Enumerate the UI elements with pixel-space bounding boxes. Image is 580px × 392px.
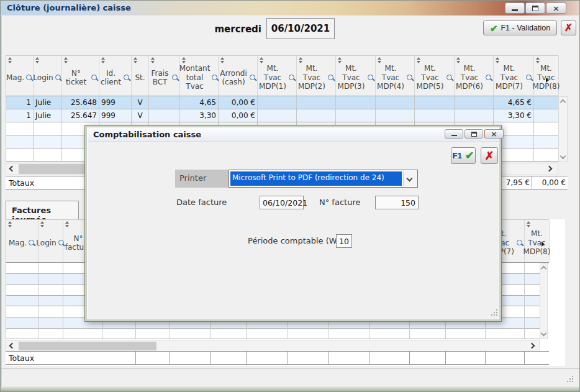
scroll-up-icon[interactable] [560, 99, 566, 106]
sort-icon [101, 57, 106, 63]
window-border-left [1, 16, 2, 386]
scroll-right-icon[interactable] [529, 343, 535, 349]
col-login[interactable]: Login [39, 220, 63, 262]
col-mdp8[interactable]: Mt. Tvac MDP(8) [525, 220, 550, 262]
scroll-right-icon[interactable] [541, 242, 545, 247]
date-field[interactable]: 06/10/2021 [266, 18, 335, 39]
periode-comptable-field[interactable]: 10 [336, 234, 352, 248]
col-mdp2[interactable]: Mt. Tvac MDP(2) [297, 56, 336, 96]
scrollbar-thumb[interactable] [19, 342, 156, 350]
col-mdp5[interactable]: Mt. Tvac MDP(5) [415, 56, 455, 96]
search-icon[interactable] [289, 75, 296, 81]
tickets-table-header: Mag. Login N° ticket Id. client St. Frai… [6, 55, 558, 96]
sort-icon [8, 57, 12, 63]
col-mdp4[interactable]: Mt. Tvac MDP(4) [376, 56, 415, 96]
close-button[interactable]: × [546, 2, 566, 14]
invoices-totals-row: Totaux [6, 351, 549, 365]
scroll-left-icon[interactable] [9, 166, 16, 172]
col-frais-bct[interactable]: Frais BCT [149, 56, 180, 96]
search-icon[interactable] [328, 75, 335, 81]
maximize-icon [471, 132, 477, 137]
minimize-button[interactable] [505, 2, 525, 14]
search-icon[interactable] [29, 240, 35, 247]
search-icon[interactable] [526, 75, 533, 81]
window-title: Clôture (journalière) caisse [7, 3, 131, 12]
dialog-title: Comptabilisation caisse [93, 130, 201, 139]
vertical-scrollbar[interactable] [558, 96, 568, 162]
dialog-f1-button[interactable]: F1 ✔ [451, 147, 476, 164]
f1-label: F1 [453, 151, 462, 160]
col-mag[interactable]: Mag. [6, 56, 34, 96]
minimize-icon [451, 135, 457, 136]
search-icon[interactable] [486, 75, 492, 81]
cancel-button[interactable]: ✗ [561, 21, 576, 35]
combo-dropdown-button[interactable] [403, 171, 417, 186]
col-ticket[interactable]: N° ticket [62, 56, 99, 96]
weekday-label: mercredi [206, 24, 261, 35]
col-mdp6[interactable]: Mt. Tvac MDP(6) [455, 56, 494, 96]
col-montant[interactable]: Montant total Tvac [180, 56, 219, 96]
col-login[interactable]: Login [34, 56, 62, 96]
search-icon[interactable] [368, 75, 374, 81]
date-facture-field[interactable]: 06/10/2021 [260, 196, 304, 209]
scroll-down-icon[interactable] [541, 330, 547, 337]
search-icon[interactable] [517, 240, 523, 247]
comptabilisation-dialog: Comptabilisation caisse × F1 ✔ ✗ Printer… [84, 125, 502, 322]
printer-select[interactable]: Microsoft Print to PDF (redirection de 2… [229, 170, 418, 188]
search-icon[interactable] [446, 75, 453, 81]
minimize-icon [512, 9, 518, 11]
dialog-maximize-button[interactable] [464, 129, 483, 139]
col-mag[interactable]: Mag. [6, 220, 39, 262]
col-mdp3[interactable]: Mt. Tvac MDP(3) [336, 56, 376, 96]
sort-icon [220, 57, 225, 63]
printer-label: Printer [175, 170, 229, 188]
scroll-down-icon[interactable] [560, 153, 566, 160]
col-id-client[interactable]: Id. client [99, 56, 132, 96]
horizontal-scrollbar[interactable] [6, 340, 540, 352]
sort-icon [35, 57, 40, 63]
tab-factures-journee[interactable]: Factures journée [6, 201, 79, 220]
sort-icon [40, 221, 45, 227]
vertical-scrollbar[interactable] [540, 263, 548, 339]
scroll-left-icon[interactable] [9, 343, 16, 349]
col-mdp1[interactable]: Mt. Tvac MDP(1) [258, 56, 297, 96]
f1-validation-label: F1 - Validation [501, 24, 550, 32]
search-icon[interactable] [55, 75, 62, 81]
dialog-close-button[interactable]: × [484, 129, 504, 139]
f1-validation-button[interactable]: ✔ F1 - Validation [483, 21, 557, 35]
resize-grip-icon[interactable] [572, 381, 573, 382]
search-icon[interactable] [124, 75, 130, 81]
chevron-down-icon [407, 176, 413, 182]
search-icon[interactable] [91, 75, 98, 81]
search-icon[interactable] [26, 75, 33, 81]
status-divider [2, 368, 579, 369]
search-icon[interactable] [407, 75, 414, 81]
maximize-button[interactable] [525, 2, 545, 14]
sort-icon [260, 57, 264, 63]
dialog-cancel-button[interactable]: ✗ [481, 147, 498, 164]
totals-label: Totaux [9, 353, 34, 363]
numero-facture-field[interactable]: 150 [375, 196, 419, 209]
total-mdp8: 0,00 € [532, 176, 568, 189]
check-icon: ✔ [490, 24, 498, 33]
date-facture-label: Date facture [176, 198, 227, 207]
scroll-right-icon[interactable] [546, 78, 549, 83]
dialog-resize-grip-icon[interactable] [496, 314, 497, 316]
col-mdp7[interactable]: Mt. Tvac MDP(7) [494, 56, 534, 96]
search-icon[interactable] [172, 75, 179, 81]
col-mdp8[interactable]: Mt. Tvac MDP(8) [534, 56, 559, 96]
col-arrondi[interactable]: Arrondi (cash) [219, 56, 258, 96]
check-icon: ✔ [465, 150, 474, 161]
table-row[interactable]: 1 Julie 25.647 999 V 3,30 0,00 € 3,30 € [6, 109, 558, 122]
table-row[interactable]: 1 Julie 25.648 999 V 4,65 0,00 € 4,65 € [6, 96, 558, 109]
sort-icon [417, 57, 421, 63]
col-st[interactable]: St. [132, 56, 149, 96]
scroll-up-icon[interactable] [541, 266, 547, 272]
search-icon[interactable] [212, 75, 219, 81]
sort-icon [151, 57, 155, 63]
dialog-title-bar: Comptabilisation caisse × [88, 128, 499, 142]
dialog-minimize-button[interactable] [445, 129, 463, 139]
sort-icon [536, 57, 540, 63]
scroll-right-icon[interactable] [546, 166, 553, 172]
search-icon[interactable] [250, 75, 256, 81]
